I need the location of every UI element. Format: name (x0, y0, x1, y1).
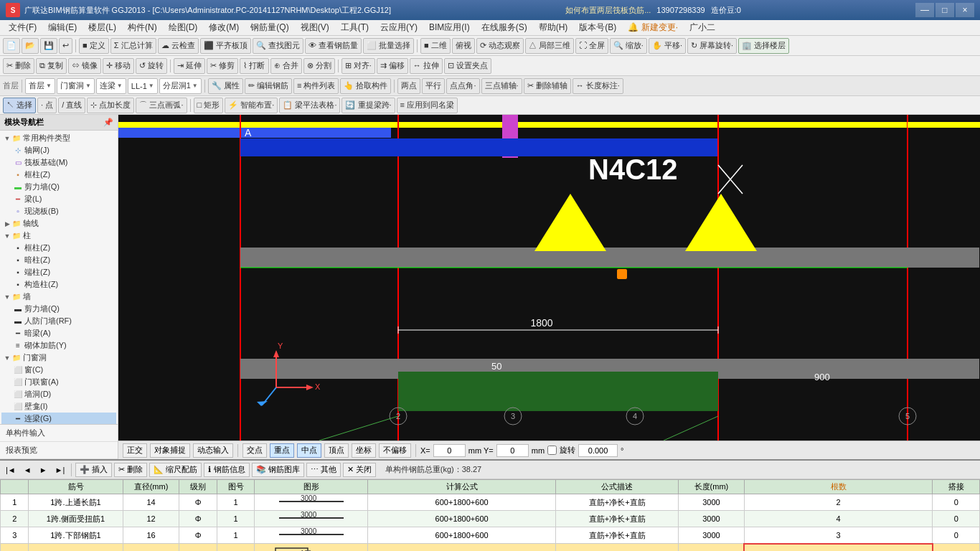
tree-toggle-axes[interactable]: ▶ (3, 220, 11, 228)
tb-trim[interactable]: ✂ 修剪 (207, 58, 238, 74)
tree-item-wall-folder[interactable]: ▼ 📁 墙 (1, 291, 116, 303)
report-preview-btn[interactable]: 报表预览 (0, 442, 118, 459)
tb-move[interactable]: ✛ 移动 (103, 58, 134, 74)
tree-item-rfq[interactable]: ▬ 人防门墙(RF) (1, 315, 116, 327)
tb-top-view[interactable]: 俯视 (452, 38, 475, 54)
rotate-checkbox[interactable] (547, 446, 557, 455)
tb-point-angle[interactable]: 点点角· (446, 78, 479, 94)
tb-save[interactable]: 💾 (40, 38, 57, 54)
component-dropdown[interactable]: 门窗洞 (57, 78, 95, 94)
bt-steel-info[interactable]: ℹ 钢筋信息 (204, 463, 249, 477)
tb-length-mark[interactable]: ↔ 长度标注· (573, 78, 623, 94)
tb-offset[interactable]: ⇉ 偏移 (377, 58, 408, 74)
y-input[interactable] (496, 444, 529, 457)
snap-coord[interactable]: 坐标 (352, 443, 376, 458)
tb-pan[interactable]: ✋ 平移· (649, 38, 686, 54)
tb-rect[interactable]: □ 矩形 (194, 98, 224, 113)
bt-steel-lib[interactable]: 📚 钢筋图库 (252, 463, 304, 477)
menu-tools[interactable]: 工具(T) (335, 20, 374, 36)
tb-undo[interactable]: ↩ (59, 38, 72, 54)
menu-file[interactable]: 文件(F) (3, 20, 42, 36)
tree-toggle-dw[interactable]: ▼ (3, 354, 11, 362)
tb-beam-table[interactable]: 📋 梁平法表格· (279, 98, 340, 113)
snap-dynamic[interactable]: 动态输入 (193, 443, 233, 458)
row-name-3[interactable]: 1跨.下部钢筋1 (29, 527, 123, 544)
tree-item-wall-hole[interactable]: ⬜ 墙洞(D) (1, 388, 116, 400)
tb-fullscreen[interactable]: ⛶ 全屏 (575, 38, 608, 54)
tb-select-floor[interactable]: 🏢 选择楼层 (738, 38, 789, 54)
tree-item-door-window[interactable]: ⬜ 门联窗(A) (1, 376, 116, 388)
tree-item-bikan[interactable]: ⬜ 壁龛(I) (1, 400, 116, 413)
menu-edit[interactable]: 编辑(E) (42, 20, 83, 36)
menu-gxe[interactable]: 广小二 (684, 20, 721, 36)
tb-apply-same[interactable]: ≡ 应用到同名梁 (397, 98, 458, 113)
tb-set-grip[interactable]: ⊡ 设置夹点 (444, 58, 491, 74)
maximize-button[interactable]: □ (936, 3, 954, 17)
menu-new-change[interactable]: 🔔 新建变更· (622, 20, 684, 36)
tb-point-len[interactable]: ⊹ 点加长度 (87, 98, 134, 113)
tb-local-3d[interactable]: △ 局部三维 (525, 38, 574, 54)
tb-merge[interactable]: ⊕ 合并 (270, 58, 302, 74)
tree-toggle-common[interactable]: ▼ (3, 134, 11, 143)
snap-no-offset[interactable]: 不偏移 (379, 443, 411, 458)
tb-align-slab[interactable]: ⬛ 平齐板顶 (200, 38, 251, 54)
tree-toggle-col[interactable]: ▼ (3, 232, 11, 240)
tree-item-beam[interactable]: ━ 梁(L) (1, 193, 116, 205)
tb-screen-rotate[interactable]: ↻ 屏幕旋转· (687, 38, 737, 54)
tb-edit-steel[interactable]: ✏ 编辑钢筋 (245, 78, 292, 94)
tb-property[interactable]: 🔧 属性 (208, 78, 243, 94)
row-name-2[interactable]: 1跨.侧面受扭筋1 (29, 511, 123, 527)
tb-arc[interactable]: ⌒ 三点画弧· (136, 98, 187, 113)
row-name-4[interactable]: 1跨.箍筋1 (29, 544, 123, 552)
tb-zoom[interactable]: 🔍 缩放· (610, 38, 647, 54)
tree-item-lianl[interactable]: ━ 连梁(G) (1, 413, 116, 424)
tree-item-dz[interactable]: ▪ 端柱(Z) (1, 266, 116, 278)
snap-ortho[interactable]: 正交 (123, 443, 147, 458)
menu-version[interactable]: 版本号(B) (573, 20, 622, 36)
tree-item-window[interactable]: ⬜ 窗(C) (1, 364, 116, 376)
tb-three-aux[interactable]: 三点辅轴· (481, 78, 522, 94)
tb-mirror[interactable]: ⇔ 镜像 (68, 58, 101, 74)
snap-vertex[interactable]: 顶点 (324, 443, 349, 458)
menu-steel-qty[interactable]: 钢筋量(Q) (245, 20, 294, 36)
tb-rotate[interactable]: ↺ 旋转 (136, 58, 167, 74)
tb-find-elem[interactable]: 🔍 查找图元 (253, 38, 303, 54)
tree-item-axes[interactable]: ▶ 📁 轴线 (1, 217, 116, 230)
tb-smart-layout[interactable]: ⚡ 智能布置· (225, 98, 278, 113)
tb-point[interactable]: · 点 (37, 98, 57, 113)
tb-cloud-check[interactable]: ☁ 云检查 (158, 38, 199, 54)
row-count-4[interactable]: 2*(Ceil(625/100)+1)+Ceil(450/200)-1 (744, 544, 933, 552)
tb-line[interactable]: / 直线 (58, 98, 85, 113)
tree-item-kz[interactable]: ▪ 框柱(Z) (1, 242, 116, 254)
tree-item-axis[interactable]: ⊹ 轴网(J) (1, 144, 116, 156)
menu-draw[interactable]: 绘图(D) (163, 20, 204, 36)
tb-align[interactable]: ⊞ 对齐· (341, 58, 375, 74)
tb-stretch[interactable]: ↔ 拉伸 (410, 58, 443, 74)
menu-floor[interactable]: 楼层(L) (83, 20, 122, 36)
bt-close[interactable]: ✕ 关闭 (343, 463, 376, 477)
menu-view[interactable]: 视图(V) (295, 20, 335, 36)
tb-extend[interactable]: ⇥ 延伸 (174, 58, 205, 74)
bt-delete[interactable]: ✂ 删除 (114, 463, 147, 477)
tb-batch-select[interactable]: ⬜ 批量选择 (363, 38, 414, 54)
menu-modify[interactable]: 修改(M) (203, 20, 245, 36)
tb-2d[interactable]: ■ 二维 (420, 38, 451, 54)
tb-split[interactable]: ⊗ 分割 (303, 58, 335, 74)
left-panel-pin[interactable]: 📌 (103, 118, 113, 127)
tb-define[interactable]: ■ 定义 (79, 38, 109, 54)
tree-item-qtjj[interactable]: ≡ 砌体加筋(Y) (1, 339, 116, 352)
single-input-btn[interactable]: 单构件输入 (0, 425, 118, 442)
tree-item-slab[interactable]: ▫ 现浇板(B) (1, 205, 116, 217)
tree-item-frame-col[interactable]: ▪ 框柱(Z) (1, 169, 116, 181)
tree-item-dw-folder[interactable]: ▼ 📁 门窗洞 (1, 352, 116, 364)
tb-parallel[interactable]: 平行 (422, 78, 445, 94)
menu-component[interactable]: 构件(N) (122, 20, 163, 36)
tb-new[interactable]: 📄 (3, 38, 20, 54)
drawing-area[interactable]: N4C12 1800 50 900 A (118, 115, 980, 459)
tree-item-al[interactable]: ━ 暗梁(A) (1, 327, 116, 339)
tree-item-common[interactable]: ▼ 📁 常用构件类型 (1, 132, 116, 144)
snap-object[interactable]: 对象捕捉 (150, 443, 190, 458)
menu-bim[interactable]: BIM应用(I) (423, 20, 476, 36)
tb-delete[interactable]: ✂ 删除 (3, 58, 34, 74)
bt-insert[interactable]: ➕ 插入 (75, 463, 112, 477)
